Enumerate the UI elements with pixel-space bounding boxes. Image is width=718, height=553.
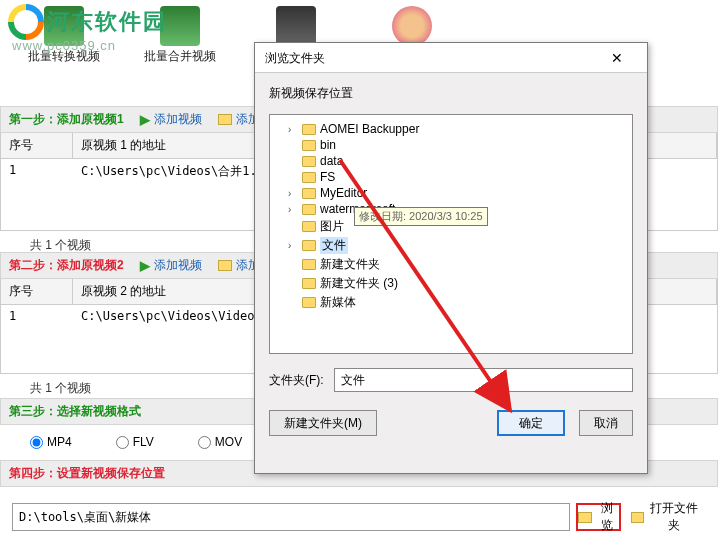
chevron-icon: ›: [288, 240, 298, 251]
format-mp4[interactable]: MP4: [30, 435, 72, 449]
step1-col-idx[interactable]: 序号: [1, 133, 73, 158]
site-logo: [8, 4, 44, 40]
folder-icon: [302, 124, 316, 135]
new-folder-button[interactable]: 新建文件夹(M): [269, 410, 377, 436]
format-mov[interactable]: MOV: [198, 435, 242, 449]
folder-icon: [302, 221, 316, 232]
chevron-icon: ›: [288, 188, 298, 199]
tree-item-label: AOMEI Backupper: [320, 122, 419, 136]
tooltip: 修改日期: 2020/3/3 10:25: [354, 207, 488, 226]
radio-mov[interactable]: [198, 436, 211, 449]
savepath-area: 浏览 打开文件夹: [0, 487, 718, 547]
browse-folder-dialog: 浏览文件夹 ✕ 新视频保存位置 修改日期: 2020/3/3 10:25 ›AO…: [254, 42, 648, 474]
tree-item[interactable]: ›MyEditor: [274, 185, 628, 201]
folder-icon: [302, 259, 316, 270]
cut-icon: [276, 6, 316, 46]
browse-button[interactable]: 浏览: [576, 503, 621, 531]
people-icon: [392, 6, 432, 46]
tree-item-label: bin: [320, 138, 336, 152]
tree-item[interactable]: 新建文件夹 (3): [274, 274, 628, 293]
open-folder-label: 打开文件夹: [647, 500, 702, 534]
radio-mp4[interactable]: [30, 436, 43, 449]
folder-icon: [302, 188, 316, 199]
dialog-subtitle: 新视频保存位置: [255, 73, 647, 110]
tree-item[interactable]: ›文件: [274, 236, 628, 255]
folder-icon: [631, 512, 644, 523]
format-flv-label: FLV: [133, 435, 154, 449]
close-icon[interactable]: ✕: [597, 43, 637, 73]
folder-icon: [218, 114, 232, 125]
browse-label: 浏览: [595, 500, 619, 534]
step1-add-video[interactable]: ▶添加视频: [140, 111, 202, 128]
tree-item[interactable]: 新媒体: [274, 293, 628, 312]
folder-icon: [302, 204, 316, 215]
folder-icon: [578, 512, 592, 523]
format-flv[interactable]: FLV: [116, 435, 154, 449]
format-mov-label: MOV: [215, 435, 242, 449]
step2-add-video[interactable]: ▶添加视频: [140, 257, 202, 274]
site-url: www.pc0359.cn: [12, 38, 167, 53]
tree-item-label: 新建文件夹: [320, 256, 380, 273]
tree-item-label: data: [320, 154, 343, 168]
savepath-input[interactable]: [12, 503, 570, 531]
tree-item-label: MyEditor: [320, 186, 367, 200]
step1-row-idx: 1: [1, 159, 73, 184]
site-title: 河东软件园: [47, 9, 167, 34]
ok-button[interactable]: 确定: [497, 410, 565, 436]
folder-name-row: 文件夹(F):: [255, 358, 647, 402]
tree-item-label: 新媒体: [320, 294, 356, 311]
tree-item[interactable]: bin: [274, 137, 628, 153]
step2-row-idx: 1: [1, 305, 73, 327]
folder-icon: [302, 156, 316, 167]
open-folder-button[interactable]: 打开文件夹: [627, 503, 706, 531]
dialog-title: 浏览文件夹: [265, 43, 325, 73]
plus-icon: ▶: [140, 258, 150, 273]
step3-label: 第三步：选择新视频格式: [9, 403, 141, 420]
tree-item[interactable]: 新建文件夹: [274, 255, 628, 274]
folder-icon: [302, 140, 316, 151]
dialog-buttons: 新建文件夹(M) 确定 取消: [255, 402, 647, 450]
site-watermark: 河东软件园 www.pc0359.cn: [8, 4, 167, 53]
dialog-titlebar: 浏览文件夹 ✕: [255, 43, 647, 73]
cancel-button[interactable]: 取消: [579, 410, 633, 436]
plus-icon: ▶: [140, 112, 150, 127]
chevron-icon: ›: [288, 204, 298, 215]
folder-name-input[interactable]: [334, 368, 633, 392]
tree-item-label: 图片: [320, 218, 344, 235]
step1-add-label: 添加视频: [154, 111, 202, 128]
step2-add-label: 添加视频: [154, 257, 202, 274]
chevron-icon: ›: [288, 124, 298, 135]
folder-tree[interactable]: 修改日期: 2020/3/3 10:25 ›AOMEI Backupperbin…: [269, 114, 633, 354]
format-mp4-label: MP4: [47, 435, 72, 449]
folder-icon: [218, 260, 232, 271]
folder-icon: [302, 172, 316, 183]
step1-label: 第一步：添加原视频1: [9, 111, 124, 128]
step2-label: 第二步：添加原视频2: [9, 257, 124, 274]
step2-col-idx[interactable]: 序号: [1, 279, 73, 304]
tree-item-label: 新建文件夹 (3): [320, 275, 398, 292]
radio-flv[interactable]: [116, 436, 129, 449]
tree-item-label: FS: [320, 170, 335, 184]
folder-icon: [302, 297, 316, 308]
folder-label: 文件夹(F):: [269, 372, 324, 389]
tree-item-label: 文件: [320, 237, 348, 254]
folder-icon: [302, 278, 316, 289]
folder-icon: [302, 240, 316, 251]
tree-item[interactable]: data: [274, 153, 628, 169]
step4-label: 第四步：设置新视频保存位置: [9, 465, 165, 482]
tree-item[interactable]: FS: [274, 169, 628, 185]
tree-item[interactable]: ›AOMEI Backupper: [274, 121, 628, 137]
